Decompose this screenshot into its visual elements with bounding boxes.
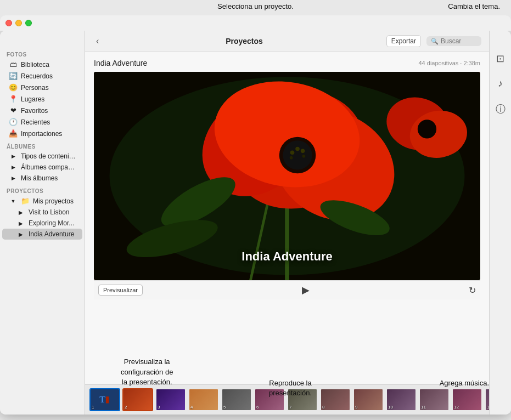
sidebar-label-recuerdos: Recuerdos: [21, 72, 53, 80]
slide-thumb-1[interactable]: T ▋ 1: [89, 388, 120, 411]
slide-thumb-6[interactable]: 6: [254, 388, 285, 411]
slide-thumb-3[interactable]: 3: [155, 388, 186, 411]
project-meta: 44 diapositivas · 2:38m: [418, 60, 480, 66]
poppy-illustration: [94, 72, 480, 280]
recientes-icon: 🕐: [9, 118, 18, 126]
slide-thumb-inner-2: [123, 389, 152, 410]
slide-thumb-inner-4: [189, 389, 218, 410]
sidebar-section-albums: Álbumes: [0, 139, 85, 151]
slide-thumb-inner-6: [255, 389, 284, 410]
sidebar-label-recientes: Recientes: [21, 118, 50, 126]
sidebar-label-lugares: Lugares: [21, 95, 44, 103]
slide-thumb-7[interactable]: 7: [287, 388, 318, 411]
sidebar-section-fotos: Fotos: [0, 47, 85, 59]
right-panel: ⊡ ♪ ⓘ: [489, 31, 511, 415]
sidebar-label-importaciones: Importaciones: [21, 130, 62, 138]
traffic-lights: [5, 20, 32, 26]
slide-number-4: 4: [190, 405, 193, 410]
maximize-button[interactable]: [25, 20, 32, 26]
slide-number-10: 10: [388, 405, 393, 410]
slide-number-5: 5: [223, 405, 226, 410]
sidebar-label-exploring: Exploring Mor...: [29, 219, 74, 227]
back-button[interactable]: ‹: [93, 35, 102, 47]
project-header: India Adventure 44 diapositivas · 2:38m: [94, 59, 480, 67]
slideshow-icon-exploring: ▶: [16, 220, 25, 226]
personas-icon: 😊: [9, 83, 18, 92]
filmstrip: T ▋ 1 2 3 4 5: [85, 384, 489, 415]
favoritos-icon: ❤: [9, 106, 18, 115]
sidebar-item-mis-proyectos[interactable]: ▼ 📁 Mis proyectos: [2, 195, 82, 207]
sidebar-item-biblioteca[interactable]: 🗃 Biblioteca: [2, 59, 82, 70]
sidebar-item-favoritos[interactable]: ❤ Favoritos: [2, 105, 82, 116]
slide-number-1: 1: [92, 405, 94, 410]
slide-thumb-2[interactable]: 2: [122, 388, 153, 411]
slide-number-8: 8: [322, 405, 324, 410]
slide-thumb-5[interactable]: 5: [221, 388, 252, 411]
search-input[interactable]: [441, 37, 479, 45]
svg-point-11: [301, 149, 305, 154]
slide-thumb-12[interactable]: 12: [452, 388, 482, 411]
close-button[interactable]: [5, 20, 12, 26]
sidebar-item-recientes[interactable]: 🕐 Recientes: [2, 116, 82, 128]
sidebar-item-mis-albums[interactable]: ▶ Mis álbumes: [2, 173, 82, 184]
sidebar-item-personas[interactable]: 😊 Personas: [2, 82, 82, 93]
slideshow-icon-india: ▶: [16, 231, 25, 237]
theme-button[interactable]: ⊡: [496, 53, 504, 65]
slide-thumb-8[interactable]: 8: [320, 388, 351, 411]
slide-number-3: 3: [158, 405, 160, 410]
preview-title-overlay: India Adventure: [242, 249, 332, 264]
preview-image: India Adventure: [94, 72, 480, 280]
slide-thumb-inner-1: T ▋: [91, 389, 119, 410]
recuerdos-icon: 🔄: [9, 72, 18, 80]
svg-point-9: [283, 140, 312, 169]
slide-thumb-4[interactable]: 4: [188, 388, 219, 411]
info-button[interactable]: ⓘ: [496, 103, 506, 116]
slide-thumb-13[interactable]: 13: [485, 388, 489, 411]
main-content: ‹ Proyectos Exportar 🔍 India Adventure 4…: [85, 31, 489, 415]
importaciones-icon: 📥: [9, 129, 18, 138]
controls-bar: Previsualizar ▶ ↻: [94, 280, 480, 299]
slideshow-icon-lisbon: ▶: [16, 209, 25, 215]
slide-number-2: 2: [125, 405, 127, 410]
slide-number-11: 11: [421, 405, 426, 410]
search-box[interactable]: 🔍: [426, 36, 481, 46]
sidebar-item-importaciones[interactable]: 📥 Importaciones: [2, 128, 82, 139]
sidebar-section-proyectos: Proyectos: [0, 184, 85, 195]
toolbar: ‹ Proyectos Exportar 🔍: [85, 31, 489, 52]
sidebar-item-india-adventure[interactable]: ▶ India Adventure: [2, 229, 82, 240]
sidebar-label-mis-proyectos: Mis proyectos: [33, 197, 74, 205]
slide-thumb-inner-5: [222, 389, 251, 410]
slide-thumb-11[interactable]: 11: [419, 388, 450, 411]
sidebar-item-exploring-mor[interactable]: ▶ Exploring Mor...: [2, 218, 82, 229]
slide-thumb-inner-3: [156, 389, 185, 410]
slide-thumb-9[interactable]: 9: [353, 388, 384, 411]
sidebar-item-albums-compartidos[interactable]: ▶ Álbumes compartidos: [2, 162, 82, 173]
previsualizar-button[interactable]: Previsualizar: [98, 285, 143, 296]
minimize-button[interactable]: [15, 20, 22, 26]
loop-button[interactable]: ↻: [469, 285, 476, 296]
sidebar-label-biblioteca: Biblioteca: [21, 61, 49, 69]
sidebar-label-personas: Personas: [21, 84, 49, 92]
sidebar-item-lugares[interactable]: 📍 Lugares: [2, 93, 82, 105]
sidebar-label-tipos: Tipos de contenido: [21, 152, 76, 160]
sidebar-item-visit-lisbon[interactable]: ▶ Visit to Lisbon: [2, 207, 82, 218]
titlebar: [0, 15, 511, 31]
export-button[interactable]: Exportar: [386, 35, 421, 47]
annotation-top-right: Cambia el tema.: [448, 2, 500, 10]
sidebar-label-shared: Álbumes compartidos: [21, 163, 76, 171]
music-button[interactable]: ♪: [498, 78, 503, 89]
sidebar-item-tipos-contenido[interactable]: ▶ Tipos de contenido: [2, 151, 82, 162]
slide-thumb-inner-9: [354, 389, 383, 410]
play-button-area[interactable]: ▶: [143, 284, 469, 296]
play-icon[interactable]: ▶: [302, 284, 310, 296]
slide-number-12: 12: [454, 405, 459, 410]
expand-icon: ▶: [9, 154, 18, 159]
svg-point-13: [290, 156, 293, 160]
sidebar-item-recuerdos[interactable]: 🔄 Recuerdos: [2, 70, 82, 82]
sidebar-label-favoritos: Favoritos: [21, 107, 48, 115]
slide-thumb-inner-7: [288, 389, 317, 410]
biblioteca-icon: 🗃: [9, 60, 18, 69]
slide-number-13: 13: [487, 405, 489, 410]
toolbar-title: Proyectos: [108, 37, 380, 46]
slide-thumb-10[interactable]: 10: [386, 388, 417, 411]
